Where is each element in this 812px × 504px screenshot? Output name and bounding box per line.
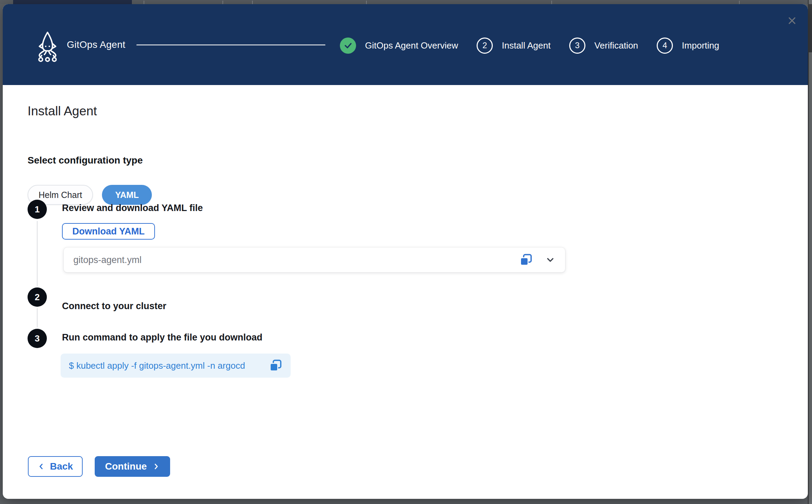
yaml-pill[interactable]: YAML [102,185,152,205]
background-page-edge [808,0,812,504]
step-1-number: 1 [35,204,40,215]
step-number-circle: 4 [657,38,673,54]
chevron-right-icon [152,463,160,470]
page-title: Install Agent [28,104,97,118]
copy-icon[interactable] [269,359,282,372]
wizard-stepper: GitOps Agent Overview 2 Install Agent 3 … [340,37,719,54]
stepper-label: Importing [682,40,719,51]
back-button[interactable]: Back [28,456,83,477]
step-connector-line [37,221,38,286]
browser-tab-separator [739,1,740,4]
step-1-badge: 1 [28,200,47,219]
step-3-badge: 3 [28,329,47,348]
continue-button-label: Continue [105,461,147,472]
browser-tab-separator [366,1,367,4]
stepper-item-overview[interactable]: GitOps Agent Overview [340,38,458,54]
browser-tab-separator [252,1,253,4]
step-complete-check-icon [340,38,356,54]
step-connector-line [37,308,38,327]
stepper-label: GitOps Agent Overview [365,40,458,51]
wizard-title: GitOps Agent [67,39,125,50]
browser-tab-separator [551,1,552,4]
step-2-title: Connect to your cluster [62,301,166,312]
back-button-label: Back [50,461,73,472]
chevron-left-icon [38,463,45,470]
gitops-agent-wizard-modal: GitOps Agent GitOps Agent Overview 2 Ins… [3,4,808,499]
background-page-edge-line [808,0,809,504]
step-3-number: 3 [35,333,40,344]
close-icon[interactable] [787,15,798,26]
download-yaml-button[interactable]: Download YAML [62,223,155,240]
continue-button[interactable]: Continue [95,456,170,477]
kubectl-command-box: $ kubectl apply -f gitops-agent.yml -n a… [61,354,291,378]
yaml-file-row[interactable]: gitops-agent.yml [64,248,565,272]
gitops-squid-logo-icon [33,31,62,63]
browser-tab-separator [222,1,223,4]
stepper-item-install-agent[interactable]: 2 Install Agent [477,38,551,54]
step-2-badge: 2 [28,287,47,307]
browser-tab-separator [144,1,144,4]
config-type-toggle: Helm Chart YAML [28,185,152,205]
step-number: 4 [663,41,667,50]
stepper-label: Install Agent [502,40,551,51]
step-number: 2 [482,41,487,50]
chevron-down-icon[interactable] [545,255,555,265]
background-page-edge-dark [808,4,812,52]
step-1-title: Review and download YAML file [62,203,203,213]
yaml-file-name: gitops-agent.yml [73,255,519,265]
copy-icon[interactable] [519,253,533,267]
background-browser-tab [13,0,132,4]
step-number: 3 [575,41,580,50]
step-number-circle: 3 [569,38,585,54]
step-2-number: 2 [35,292,40,303]
stepper-item-importing[interactable]: 4 Importing [657,38,719,54]
stepper-label: Verification [594,40,638,51]
kubectl-command-text: $ kubectl apply -f gitops-agent.yml -n a… [69,360,269,371]
wizard-header: GitOps Agent GitOps Agent Overview 2 Ins… [3,4,808,85]
background-browser-strip [0,0,812,4]
header-divider-line [136,44,325,45]
config-type-label: Select configuration type [28,155,143,166]
stepper-item-verification[interactable]: 3 Verification [569,38,638,54]
step-3-title: Run command to apply the file you downlo… [62,332,262,343]
step-number-circle: 2 [477,38,493,54]
